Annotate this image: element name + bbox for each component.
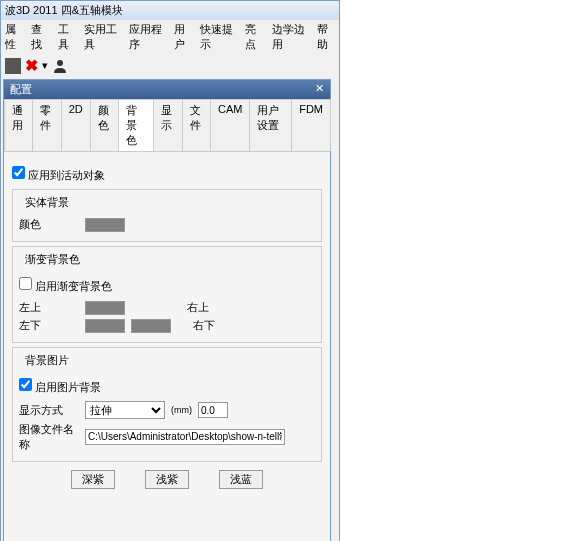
solid-bg-group: 实体背景 颜色 <box>12 189 322 242</box>
topleft-swatch[interactable] <box>85 301 125 315</box>
tool-icon[interactable] <box>5 58 21 74</box>
tab-usersettings[interactable]: 用户设置 <box>249 99 292 151</box>
bottomleft-swatch[interactable] <box>85 319 125 333</box>
filename-input[interactable] <box>85 429 285 445</box>
menu-item[interactable]: 快速提示 <box>200 22 237 52</box>
dialog-body: 应用到活动对象 实体背景 颜色 渐变背景色 启用渐变背景色 左上 <box>4 152 330 541</box>
dropdown-icon[interactable]: ▾ <box>42 59 48 72</box>
tab-file[interactable]: 文件 <box>182 99 211 151</box>
preset-deep-purple[interactable]: 深紫 <box>71 470 115 489</box>
menu-item[interactable]: 应用程序 <box>129 22 166 52</box>
preset-row: 深紫 浅紫 浅蓝 <box>12 470 322 489</box>
tab-general[interactable]: 通用 <box>4 99 33 151</box>
enable-gradient-checkbox[interactable] <box>19 277 32 290</box>
tab-cam[interactable]: CAM <box>210 99 250 151</box>
tab-2d[interactable]: 2D <box>61 99 91 151</box>
enable-image-label: 启用图片背景 <box>35 381 101 393</box>
config-dialog: 配置 ✕ 通用 零件 2D 颜色 背景色 显示 文件 CAM 用户设置 FDM … <box>3 79 331 541</box>
menu-item[interactable]: 亮点 <box>245 22 263 52</box>
preset-light-purple[interactable]: 浅紫 <box>145 470 189 489</box>
image-bg-title: 背景图片 <box>23 353 71 368</box>
menu-item[interactable]: 查找 <box>31 22 49 52</box>
unit-label: (mm) <box>171 405 192 415</box>
tab-part[interactable]: 零件 <box>32 99 61 151</box>
gradient-bg-group: 渐变背景色 启用渐变背景色 左上 右上 左下 右下 <box>12 246 322 343</box>
solid-color-swatch[interactable] <box>85 218 125 232</box>
close-icon[interactable]: ✖ <box>25 56 38 75</box>
titlebar: 波3D 2011 四&五轴模块 <box>1 1 339 20</box>
display-mode-select[interactable]: 拉伸 <box>85 401 165 419</box>
tab-strip: 通用 零件 2D 颜色 背景色 显示 文件 CAM 用户设置 FDM <box>4 99 330 152</box>
bottomleft-label: 左下 <box>19 318 79 333</box>
display-mode-label: 显示方式 <box>19 403 79 418</box>
unit-input[interactable] <box>198 402 228 418</box>
menu-item[interactable]: 边学边用 <box>272 22 309 52</box>
tab-color[interactable]: 颜色 <box>90 99 119 151</box>
close-icon[interactable]: ✕ <box>315 82 324 97</box>
topleft-label: 左上 <box>19 300 79 315</box>
bottomright-swatch[interactable] <box>131 319 171 333</box>
bottomright-label: 右下 <box>193 318 215 333</box>
main-toolbar: ✖ ▾ <box>1 54 339 77</box>
color-label: 颜色 <box>19 217 79 232</box>
main-window: 波3D 2011 四&五轴模块 属性 查找 工具 实用工具 应用程序 用户 快速… <box>0 0 340 541</box>
apply-active-row: 应用到活动对象 <box>12 166 322 183</box>
menu-item[interactable]: 属性 <box>5 22 23 52</box>
enable-image-checkbox[interactable] <box>19 378 32 391</box>
gradient-bg-title: 渐变背景色 <box>23 252 82 267</box>
apply-active-checkbox[interactable] <box>12 166 25 179</box>
tab-bgcolor[interactable]: 背景色 <box>118 99 154 151</box>
apply-active-label: 应用到活动对象 <box>28 169 105 181</box>
topright-label: 右上 <box>187 300 209 315</box>
tab-fdm[interactable]: FDM <box>291 99 331 151</box>
tab-display[interactable]: 显示 <box>153 99 182 151</box>
svg-point-0 <box>57 60 63 66</box>
person-icon[interactable] <box>52 58 68 74</box>
solid-bg-title: 实体背景 <box>23 195 71 210</box>
dialog-title-text: 配置 <box>10 82 32 97</box>
window-title: 波3D 2011 四&五轴模块 <box>5 3 123 18</box>
filename-label: 图像文件名称 <box>19 422 79 452</box>
menubar: 属性 查找 工具 实用工具 应用程序 用户 快速提示 亮点 边学边用 帮助 <box>1 20 339 54</box>
enable-gradient-label: 启用渐变背景色 <box>35 280 112 292</box>
menu-item[interactable]: 帮助 <box>317 22 335 52</box>
menu-item[interactable]: 实用工具 <box>84 22 121 52</box>
dialog-titlebar: 配置 ✕ <box>4 80 330 99</box>
menu-item[interactable]: 用户 <box>174 22 192 52</box>
menu-item[interactable]: 工具 <box>58 22 76 52</box>
image-bg-group: 背景图片 启用图片背景 显示方式 拉伸 (mm) 图像文件名称 <box>12 347 322 462</box>
preset-light-blue[interactable]: 浅蓝 <box>219 470 263 489</box>
